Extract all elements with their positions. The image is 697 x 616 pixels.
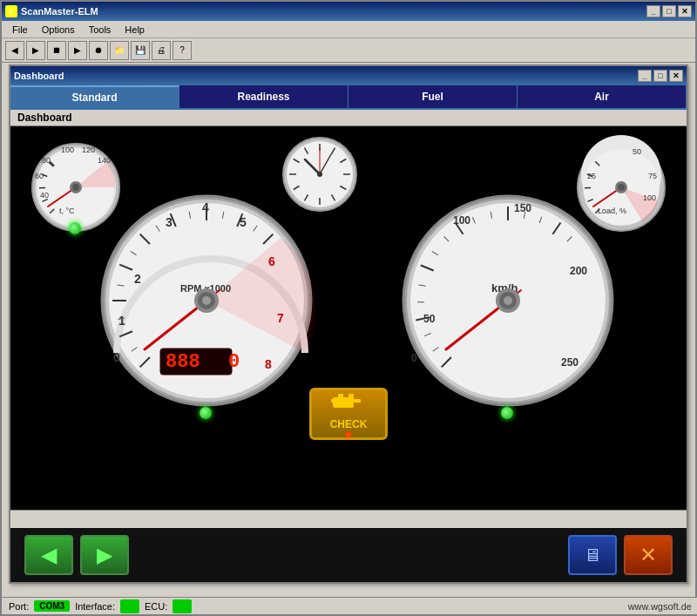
- check-dot: [346, 432, 351, 437]
- svg-point-36: [317, 172, 322, 177]
- svg-text:50: 50: [633, 147, 641, 156]
- exit-button[interactable]: ✕: [624, 535, 673, 575]
- dashboard-title: Dashboard: [14, 71, 64, 81]
- outer-window-controls: _ □ ✕: [646, 5, 692, 17]
- svg-text:75: 75: [648, 172, 657, 180]
- speed-indicator-light: [501, 407, 513, 419]
- svg-point-51: [618, 184, 625, 191]
- website-url: www.wgsoft.de: [628, 601, 692, 612]
- svg-text:8: 8: [265, 357, 272, 371]
- interface-value: [120, 599, 139, 613]
- svg-point-90: [202, 296, 211, 305]
- svg-rect-125: [348, 394, 354, 399]
- back-button[interactable]: ◀: [24, 535, 73, 575]
- tab-air[interactable]: Air: [518, 85, 687, 108]
- interface-label: Interface:: [75, 601, 115, 612]
- dashboard-label: Dashboard: [10, 110, 687, 126]
- ecu-value: [173, 599, 192, 613]
- monitor-button[interactable]: 🖥: [568, 535, 617, 575]
- tab-standard[interactable]: Standard: [10, 85, 179, 108]
- svg-text:40: 40: [40, 191, 49, 200]
- forward-icon: ▶: [97, 543, 112, 567]
- svg-text:250: 250: [561, 356, 579, 369]
- svg-text:2: 2: [134, 272, 141, 286]
- check-engine-light: CHECK: [309, 388, 388, 440]
- svg-text:60: 60: [35, 172, 44, 180]
- toolbar-btn-7[interactable]: 💾: [131, 41, 150, 60]
- toolbar: ◀ ▶ ⏹ ▶ ⏺ 📁 💾 🖨 ?: [2, 38, 695, 63]
- svg-text:888: 888: [166, 351, 200, 373]
- minimize-button[interactable]: _: [646, 5, 660, 17]
- svg-rect-127: [331, 399, 335, 403]
- toolbar-btn-2[interactable]: ▶: [26, 41, 45, 60]
- toolbar-btn-1[interactable]: ◀: [5, 41, 24, 60]
- outer-window-title: ScanMaster-ELM: [21, 6, 98, 17]
- svg-text:0: 0: [411, 352, 417, 364]
- forward-button[interactable]: ▶: [80, 535, 129, 575]
- menu-file[interactable]: File: [5, 23, 35, 37]
- svg-rect-126: [354, 399, 361, 403]
- rpm-gauge: 0 1 2 3 4 5: [98, 179, 315, 424]
- outer-window: S ScanMaster-ELM _ □ ✕ File Options Tool…: [0, 0, 697, 616]
- h-scrollbar[interactable]: [10, 510, 687, 522]
- svg-point-122: [504, 296, 512, 305]
- svg-text:80: 80: [42, 156, 51, 165]
- svg-text:0: 0: [113, 350, 120, 364]
- dashboard-window-controls: _ □ ✕: [638, 70, 683, 82]
- check-text: CHECK: [330, 418, 368, 430]
- close-button[interactable]: ✕: [678, 5, 692, 17]
- svg-text:150: 150: [514, 202, 531, 214]
- dashboard-title-bar: Dashboard _ □ ✕: [10, 66, 687, 85]
- port-label: Port:: [9, 601, 29, 612]
- status-bar: Port: COM3 Interface: ECU: www.wgsoft.de: [2, 597, 697, 614]
- svg-text:100: 100: [61, 146, 74, 154]
- dashboard-window: Dashboard _ □ ✕ Standard Readiness Fuel …: [9, 64, 688, 584]
- rpm-indicator-light: [200, 407, 212, 419]
- monitor-icon: 🖥: [584, 545, 601, 565]
- port-value: COM3: [34, 600, 70, 612]
- temp-indicator-light: [69, 222, 81, 234]
- svg-text:50: 50: [423, 313, 436, 325]
- toolbar-btn-3[interactable]: ⏹: [47, 41, 66, 60]
- toolbar-btn-4[interactable]: ▶: [68, 41, 87, 60]
- svg-text:t, °C: t, °C: [59, 206, 75, 215]
- toolbar-btn-5[interactable]: ⏺: [89, 41, 108, 60]
- svg-text:7: 7: [277, 311, 284, 325]
- svg-text:120: 120: [82, 146, 95, 154]
- maximize-button[interactable]: □: [662, 5, 676, 17]
- speed-gauge: 0 50 100 150 200 250: [399, 179, 617, 424]
- ecu-label: ECU:: [145, 601, 167, 612]
- svg-text:1: 1: [118, 314, 125, 328]
- exit-icon: ✕: [639, 543, 657, 567]
- right-button-group: 🖥 ✕: [568, 535, 673, 575]
- svg-rect-124: [338, 394, 343, 399]
- toolbar-btn-9[interactable]: ?: [173, 41, 192, 60]
- gauge-area: 40 60 80 100 120 140 t, °C: [10, 126, 687, 510]
- outer-title-bar: S ScanMaster-ELM _ □ ✕: [2, 2, 695, 21]
- menu-tools[interactable]: Tools: [82, 23, 118, 37]
- menu-help[interactable]: Help: [118, 23, 152, 37]
- dash-maximize-button[interactable]: □: [653, 70, 667, 82]
- svg-text:0: 0: [228, 351, 240, 373]
- nav-button-group: ◀ ▶: [24, 535, 129, 575]
- svg-text:200: 200: [570, 265, 587, 277]
- dash-minimize-button[interactable]: _: [638, 70, 652, 82]
- toolbar-btn-8[interactable]: 🖨: [152, 41, 171, 60]
- toolbar-btn-6[interactable]: 📁: [110, 41, 129, 60]
- menu-options[interactable]: Options: [35, 23, 82, 37]
- tab-readiness[interactable]: Readiness: [179, 85, 348, 108]
- app-icon: S: [5, 5, 17, 17]
- svg-text:6: 6: [268, 254, 275, 268]
- svg-point-17: [72, 184, 79, 191]
- tab-fuel[interactable]: Fuel: [348, 85, 518, 108]
- back-icon: ◀: [41, 543, 57, 567]
- bottom-nav-bar: ◀ ▶ 🖥 ✕: [10, 528, 687, 582]
- menu-bar: File Options Tools Help: [2, 21, 695, 38]
- tab-bar: Standard Readiness Fuel Air: [10, 85, 687, 110]
- dash-close-button[interactable]: ✕: [669, 70, 683, 82]
